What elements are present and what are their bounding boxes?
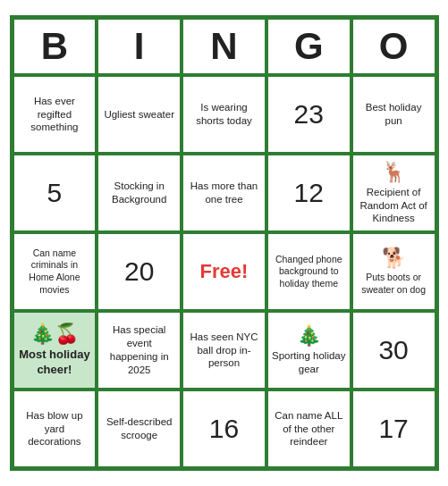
bingo-cell-r1c1[interactable]: Stocking in Background <box>97 154 182 232</box>
bingo-cell-r2c0[interactable]: Can name criminals in Home Alone movies <box>13 232 97 311</box>
cell-text: Self-described scrooge <box>102 415 176 442</box>
bingo-cell-r0c2[interactable]: Is wearing shorts today <box>182 75 266 154</box>
bingo-cell-r4c2[interactable]: 16 <box>182 390 266 468</box>
cell-text: Can name ALL of the other reindeer <box>272 409 346 449</box>
letter-o: O <box>351 18 436 75</box>
bingo-cell-r1c0[interactable]: 5 <box>13 154 97 232</box>
letter-b: B <box>13 18 97 75</box>
cell-text: Stocking in Background <box>102 180 176 206</box>
bingo-cell-r4c0[interactable]: Has blow up yard decorations <box>13 390 97 468</box>
letter-n: N <box>182 18 266 75</box>
cell-icon: 🦌 <box>382 161 406 184</box>
bingo-cell-r3c1[interactable]: Has special event happening in 2025 <box>97 311 182 390</box>
bingo-cell-r2c4[interactable]: 🐕Puts boots or sweater on dog <box>351 232 436 311</box>
bingo-cell-r3c3[interactable]: 🎄Sporting holiday gear <box>266 311 351 390</box>
bingo-cell-r0c0[interactable]: Has ever regifted something <box>13 75 97 154</box>
cell-text: Recipient of Random Act of Kindness <box>357 186 431 226</box>
letter-g: G <box>266 18 351 75</box>
bingo-cell-r1c3[interactable]: 12 <box>266 154 351 232</box>
cell-text: Ugliest sweater <box>104 108 174 122</box>
cell-text: Has more than one tree <box>187 180 261 206</box>
cell-icon: 🐕 <box>382 247 406 270</box>
cell-text: Has blow up yard decorations <box>18 409 92 449</box>
bingo-cell-r4c3[interactable]: Can name ALL of the other reindeer <box>266 390 351 468</box>
bingo-cell-r3c4[interactable]: 30 <box>351 311 436 390</box>
bingo-cell-r3c0[interactable]: 🎄🍒Most holiday cheer! <box>13 311 97 390</box>
bingo-cell-r1c4[interactable]: 🦌Recipient of Random Act of Kindness <box>351 154 436 232</box>
cell-text: Has special event happening in 2025 <box>102 323 176 377</box>
bingo-header: B I N G O <box>13 18 436 75</box>
bingo-cell-r2c1[interactable]: 20 <box>97 232 182 311</box>
letter-i: I <box>97 18 182 75</box>
bingo-cell-r0c4[interactable]: Best holiday pun <box>351 75 436 154</box>
cell-text: Is wearing shorts today <box>187 101 261 128</box>
cell-text: Changed phone background to holiday them… <box>272 254 346 290</box>
bingo-cell-r4c4[interactable]: 17 <box>351 390 436 468</box>
cell-text: Has ever regifted something <box>18 95 92 135</box>
cell-icon: 🎄 <box>297 324 321 348</box>
bingo-card: B I N G O Has ever regifted somethingUgl… <box>10 15 439 471</box>
bingo-cell-r0c3[interactable]: 23 <box>266 75 351 154</box>
cell-text: Sporting holiday gear <box>272 349 346 376</box>
bingo-cell-r2c2[interactable]: Free! <box>182 232 266 311</box>
cell-text: Best holiday pun <box>357 101 431 128</box>
cell-icon: 🎄🍒 <box>30 323 79 346</box>
bingo-cell-r3c2[interactable]: Has seen NYC ball drop in-person <box>182 311 266 390</box>
cell-text: Most holiday cheer! <box>18 348 92 378</box>
bingo-cell-r0c1[interactable]: Ugliest sweater <box>97 75 182 154</box>
bingo-cell-r2c3[interactable]: Changed phone background to holiday them… <box>266 232 351 311</box>
bingo-grid: Has ever regifted somethingUgliest sweat… <box>13 75 436 468</box>
bingo-cell-r4c1[interactable]: Self-described scrooge <box>97 390 182 468</box>
cell-text: Puts boots or sweater on dog <box>357 272 431 296</box>
cell-text: Has seen NYC ball drop in-person <box>187 331 261 371</box>
bingo-cell-r1c2[interactable]: Has more than one tree <box>182 154 266 232</box>
cell-text: Can name criminals in Home Alone movies <box>18 247 92 297</box>
